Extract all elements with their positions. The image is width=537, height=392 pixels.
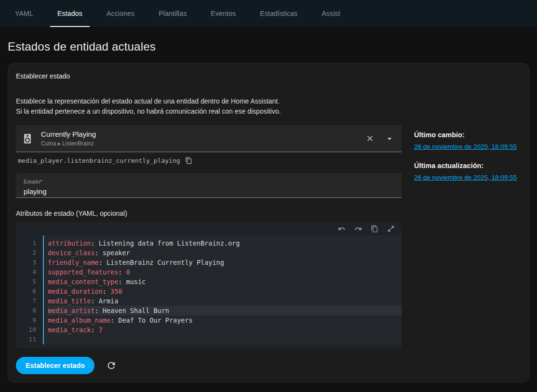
last-changed-label: Último cambio: xyxy=(414,131,521,139)
entity-id: media_player.listenbrainz_currently_play… xyxy=(18,157,180,164)
card-description: Establece la representación del estado a… xyxy=(16,96,521,117)
entity-info-column: Último cambio: 26 de noviembre de 2025, … xyxy=(402,125,521,374)
entity-name: Currently Playing xyxy=(41,130,365,139)
code-line[interactable]: media_title: Armia xyxy=(48,296,402,306)
tab-estados[interactable]: Estados xyxy=(45,0,94,27)
description-line-2: Si la entidad pertenece a un dispositivo… xyxy=(16,106,521,117)
actions-row: Establecer estado xyxy=(16,357,402,374)
code-line[interactable]: media_duration: 350 xyxy=(48,287,402,296)
last-updated-label: Última actualización: xyxy=(414,162,521,170)
expand-icon[interactable] xyxy=(387,225,395,233)
page-title: Estados de entidad actuales xyxy=(8,40,529,53)
line-number: 3 xyxy=(16,258,43,267)
tab-estadísticas[interactable]: Estadísticas xyxy=(248,0,309,27)
tab-bar: YAMLEstadosAccionesPlantillasEventosEsta… xyxy=(3,0,352,27)
left-column: Currently Playing Cuina ▸ ListenBrainz xyxy=(16,125,402,374)
entity-picker[interactable]: Currently Playing Cuina ▸ ListenBrainz xyxy=(16,125,402,152)
line-number: 8 xyxy=(16,306,43,315)
app-header: YAMLEstadosAccionesPlantillasEventosEsta… xyxy=(0,0,537,27)
tab-eventos[interactable]: Eventos xyxy=(199,0,248,27)
code-line[interactable]: media_album_name: Deaf To Our Prayers xyxy=(48,315,402,325)
line-number: 4 xyxy=(16,267,43,277)
tab-assist[interactable]: Assist xyxy=(309,0,352,27)
last-updated-link[interactable]: 26 de noviembre de 2025, 18:09:55 xyxy=(414,174,517,181)
redo-icon[interactable] xyxy=(354,225,362,233)
code-line[interactable] xyxy=(48,335,402,344)
copy-icon[interactable] xyxy=(371,225,378,233)
line-number: 1 xyxy=(16,238,43,248)
undo-icon[interactable] xyxy=(338,225,346,233)
line-number: 9 xyxy=(16,315,43,325)
line-number: 7 xyxy=(16,296,43,306)
code-line[interactable]: media_artist: Heaven Shall Burn xyxy=(48,306,402,315)
line-number: 2 xyxy=(16,248,43,258)
code-line[interactable]: media_content_type: music xyxy=(48,277,402,287)
set-state-card: Establecer estado Establece la represent… xyxy=(8,63,529,382)
entity-breadcrumb: Cuina ▸ ListenBrainz xyxy=(41,140,365,147)
chevron-down-icon[interactable] xyxy=(384,133,395,144)
code-line[interactable]: friendly_name: ListenBrainz Currently Pl… xyxy=(48,258,402,267)
tab-plantillas[interactable]: Plantillas xyxy=(147,0,199,27)
yaml-editor[interactable]: 1234567891011 attribution: Listening dat… xyxy=(16,222,402,348)
speaker-icon xyxy=(22,133,33,144)
card-title: Establecer estado xyxy=(16,72,521,80)
last-changed-link[interactable]: 26 de noviembre de 2025, 18:09:55 xyxy=(414,143,517,150)
state-field-label: Estado* xyxy=(24,179,42,184)
picker-actions xyxy=(365,133,395,144)
editor-code[interactable]: attribution: Listening data from ListenB… xyxy=(43,235,402,344)
close-icon[interactable] xyxy=(365,134,375,143)
tab-acciones[interactable]: Acciones xyxy=(94,0,147,27)
tab-yaml[interactable]: YAML xyxy=(3,0,45,27)
description-line-1: Establece la representación del estado a… xyxy=(16,96,521,106)
attributes-label: Atributos de estado (YAML, opcional) xyxy=(16,209,402,217)
code-line[interactable]: media_track: 7 xyxy=(48,325,402,335)
main-content: Estados de entidad actuales Establecer e… xyxy=(0,40,537,382)
copy-icon[interactable] xyxy=(185,157,192,164)
editor-gutter: 1234567891011 xyxy=(16,235,43,344)
refresh-icon[interactable] xyxy=(106,360,117,371)
state-input[interactable] xyxy=(24,187,394,196)
editor-body: 1234567891011 attribution: Listening dat… xyxy=(16,235,402,348)
line-number: 5 xyxy=(16,277,43,287)
code-line[interactable]: supported_features: 0 xyxy=(48,267,402,277)
line-number: 6 xyxy=(16,287,43,296)
editor-toolbar xyxy=(16,222,402,235)
card-columns: Currently Playing Cuina ▸ ListenBrainz xyxy=(16,125,521,374)
line-number: 10 xyxy=(16,325,43,335)
code-line[interactable]: attribution: Listening data from ListenB… xyxy=(48,238,402,248)
code-line[interactable]: device_class: speaker xyxy=(48,248,402,258)
entity-picker-text: Currently Playing Cuina ▸ ListenBrainz xyxy=(41,130,365,147)
line-number: 11 xyxy=(16,335,43,344)
entity-id-row: media_player.listenbrainz_currently_play… xyxy=(16,152,402,164)
set-state-button[interactable]: Establecer estado xyxy=(16,357,94,374)
state-field[interactable]: Estado* xyxy=(16,173,402,198)
